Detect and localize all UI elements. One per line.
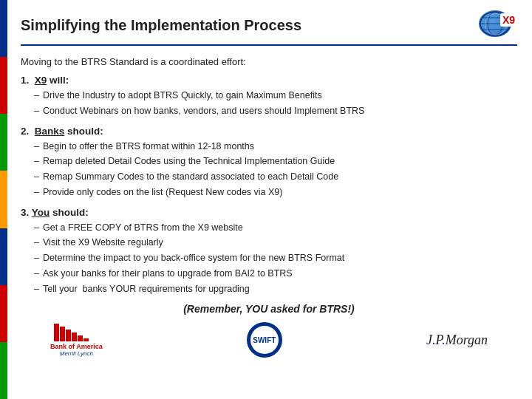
bar-segment-1 bbox=[0, 0, 7, 57]
bofa-flag-icon bbox=[54, 324, 98, 341]
section-x9-number: 1. bbox=[21, 75, 35, 86]
bar-segment-5 bbox=[0, 228, 7, 285]
section-you: 3. You should: Get a FREE COPY of BTRS f… bbox=[21, 207, 517, 296]
section-you-heading: 3. You should: bbox=[21, 207, 517, 218]
remember-text: (Remember, YOU asked for BTRS!) bbox=[21, 303, 517, 315]
x9-logo: X9 bbox=[479, 10, 517, 40]
svg-rect-11 bbox=[83, 338, 89, 341]
section-you-label: You bbox=[32, 207, 50, 218]
list-item: Ask your banks for their plans to upgrad… bbox=[35, 267, 517, 281]
section-x9-suffix: will: bbox=[47, 75, 69, 86]
section-you-number: 3. bbox=[21, 207, 32, 218]
list-item: Determine the impact to you back-office … bbox=[35, 251, 517, 265]
bar-segment-2 bbox=[0, 57, 7, 114]
list-item: Remap Summary Codes to the standard asso… bbox=[35, 170, 517, 184]
svg-rect-8 bbox=[66, 330, 71, 341]
section-banks: 2. Banks should: Begin to offer the BTRS… bbox=[21, 126, 517, 200]
list-item: Tell your banks YOUR requirements for up… bbox=[35, 282, 517, 296]
left-color-bar bbox=[0, 0, 7, 399]
svg-rect-9 bbox=[72, 332, 77, 341]
bar-segment-4 bbox=[0, 171, 7, 228]
svg-rect-10 bbox=[78, 335, 83, 341]
section-banks-list: Begin to offer the BTRS format within 12… bbox=[21, 140, 517, 200]
list-item: Provide only codes on the list (Request … bbox=[35, 185, 517, 200]
bar-segment-3 bbox=[0, 114, 7, 171]
list-item: Remap deleted Detail Codes using the Tec… bbox=[35, 154, 517, 168]
section-banks-suffix: should: bbox=[64, 126, 103, 137]
list-item: Drive the Industry to adopt BTRS Quickly… bbox=[35, 89, 517, 103]
section-x9-heading: 1. X9 will: bbox=[21, 75, 517, 86]
swift-logo: SWIFT bbox=[247, 322, 282, 358]
page-title: Simplifying the Implementation Process bbox=[21, 17, 301, 34]
intro-text: Moving to the BTRS Standard is a coordin… bbox=[21, 56, 517, 67]
jpmorgan-text: J.P.Morgan bbox=[426, 332, 488, 347]
list-item: Begin to offer the BTRS format within 12… bbox=[35, 140, 517, 154]
section-banks-label: Banks bbox=[35, 126, 65, 137]
section-x9-label: X9 bbox=[35, 75, 47, 86]
section-x9: 1. X9 will: Drive the Industry to adopt … bbox=[21, 75, 517, 118]
page-header: Simplifying the Implementation Process X… bbox=[21, 10, 517, 46]
bar-segment-6 bbox=[0, 285, 7, 342]
bofa-sub-text: Merrill Lynch bbox=[60, 350, 93, 357]
swift-text: SWIFT bbox=[253, 336, 276, 344]
jpmorgan-logo: J.P.Morgan bbox=[426, 332, 488, 348]
section-banks-heading: 2. Banks should: bbox=[21, 126, 517, 137]
main-content: Simplifying the Implementation Process X… bbox=[13, 0, 532, 399]
bofa-logo: Bank of America Merrill Lynch bbox=[50, 324, 103, 357]
footer-logos: Bank of America Merrill Lynch SWIFT J.P.… bbox=[21, 322, 517, 358]
svg-rect-7 bbox=[60, 327, 65, 341]
section-x9-list: Drive the Industry to adopt BTRS Quickly… bbox=[21, 89, 517, 118]
section-you-suffix: should: bbox=[50, 207, 89, 218]
list-item: Visit the X9 Website regularly bbox=[35, 236, 517, 250]
list-item: Get a FREE COPY of BTRS from the X9 webs… bbox=[35, 221, 517, 235]
list-item: Conduct Webinars on how banks, vendors, … bbox=[35, 104, 517, 118]
bar-segment-7 bbox=[0, 342, 7, 399]
x9-label: X9 bbox=[500, 13, 517, 27]
section-you-list: Get a FREE COPY of BTRS from the X9 webs… bbox=[21, 221, 517, 296]
bofa-main-text: Bank of America bbox=[50, 343, 103, 350]
svg-rect-6 bbox=[54, 324, 59, 341]
section-banks-number: 2. bbox=[21, 126, 35, 137]
